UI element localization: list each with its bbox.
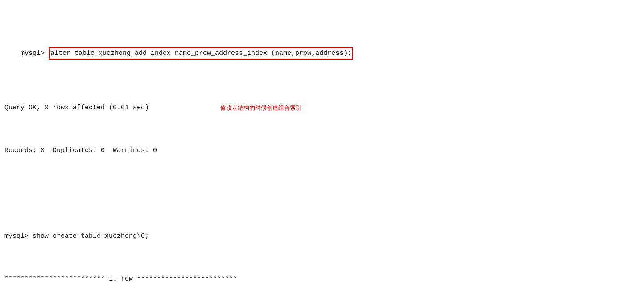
line-stars: ************************* 1. row *******… (4, 274, 635, 285)
terminal-output: mysql> alter table xuezhong add index na… (4, 4, 635, 302)
alter-table-command: alter table xuezhong add index name_prow… (49, 47, 353, 60)
mysql-prompt: mysql> (21, 50, 49, 57)
line-records: Records: 0 Duplicates: 0 Warnings: 0 (4, 145, 635, 156)
mysql-prompt-2: mysql> (4, 232, 33, 240)
query-ok-text: Query OK, 0 rows affected (0.01 sec) (4, 103, 149, 113)
annotation-text: 修改表结构的时候创建组合索引 (220, 103, 301, 113)
line-alter-table: mysql> alter table xuezhong add index na… (4, 37, 635, 70)
query-ok-row: Query OK, 0 rows affected (0.01 sec) 修改表… (4, 103, 635, 113)
line-show-create: mysql> show create table xuezhong\G; (4, 231, 635, 242)
blank-line-1 (4, 188, 635, 199)
